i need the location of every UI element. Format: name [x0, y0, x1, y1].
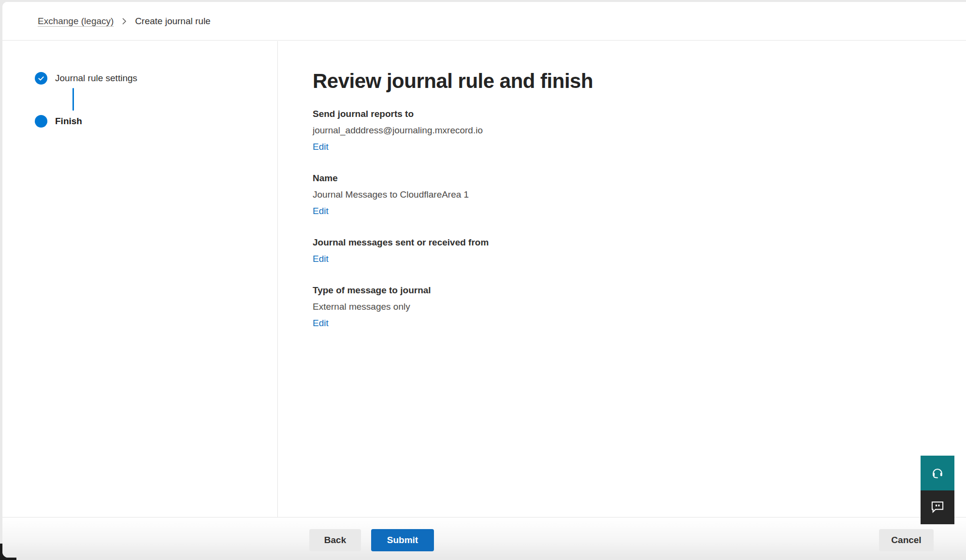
- cancel-button[interactable]: Cancel: [879, 529, 934, 551]
- create-journal-rule-panel: Exchange (legacy) Create journal rule Jo…: [2, 2, 966, 558]
- help-button[interactable]: [921, 456, 954, 490]
- section-value: External messages only: [313, 299, 947, 315]
- section-value: journal_adddress@journaling.mxrecord.io: [313, 122, 947, 139]
- submit-button[interactable]: Submit: [371, 529, 434, 551]
- breadcrumb: Exchange (legacy) Create journal rule: [2, 2, 966, 41]
- wizard-steps-rail: Journal rule settings Finish: [2, 41, 278, 517]
- section-label: Journal messages sent or received from: [313, 234, 947, 251]
- review-section-journal-messages-scope: Journal messages sent or received from E…: [313, 234, 947, 267]
- section-label: Send journal reports to: [313, 106, 947, 122]
- wizard-step-label: Finish: [55, 116, 82, 127]
- breadcrumb-current-page: Create journal rule: [135, 16, 210, 27]
- step-completed-check-icon: [35, 72, 47, 85]
- review-section-send-journal-reports-to: Send journal reports to journal_adddress…: [313, 106, 947, 155]
- review-section-name: Name Journal Messages to CloudflareArea …: [313, 170, 947, 219]
- breadcrumb-link-exchange-legacy[interactable]: Exchange (legacy): [38, 16, 114, 27]
- wizard-content: Journal rule settings Finish Review jour…: [2, 41, 966, 517]
- section-label: Name: [313, 170, 947, 187]
- feedback-icon: [931, 500, 944, 515]
- wizard-step-journal-rule-settings[interactable]: Journal rule settings: [35, 72, 277, 85]
- edit-message-type-link[interactable]: Edit: [313, 318, 329, 328]
- feedback-button[interactable]: [921, 490, 954, 524]
- step-connector-line: [72, 88, 74, 111]
- review-section-message-type: Type of message to journal External mess…: [313, 282, 947, 331]
- headset-icon: [931, 466, 944, 481]
- back-button[interactable]: Back: [309, 529, 361, 551]
- page-title: Review journal rule and finish: [313, 70, 947, 93]
- chevron-right-icon: [121, 17, 127, 26]
- wizard-footer: Back Submit Cancel: [2, 517, 966, 558]
- edit-journal-messages-scope-link[interactable]: Edit: [313, 254, 329, 264]
- step-current-dot-icon: [35, 115, 47, 128]
- review-pane: Review journal rule and finish Send jour…: [278, 41, 966, 517]
- section-value: Journal Messages to CloudflareArea 1: [313, 187, 947, 203]
- edit-name-link[interactable]: Edit: [313, 206, 329, 216]
- wizard-step-label: Journal rule settings: [55, 73, 137, 84]
- wizard-step-finish[interactable]: Finish: [35, 115, 277, 128]
- section-label: Type of message to journal: [313, 282, 947, 299]
- edit-send-journal-reports-link[interactable]: Edit: [313, 142, 329, 152]
